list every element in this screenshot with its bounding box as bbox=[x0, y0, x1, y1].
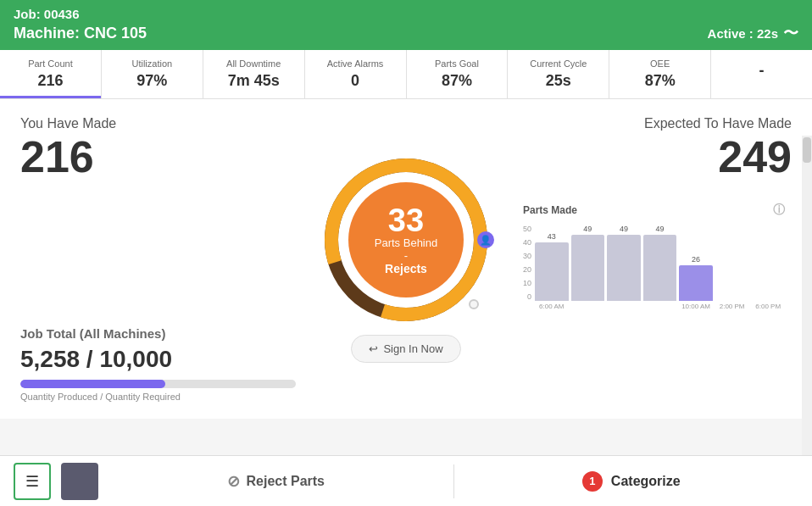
you-have-made: You Have Made 216 bbox=[20, 116, 296, 179]
stat-value-7: - bbox=[721, 62, 802, 80]
chart-header: Parts Made ⓘ bbox=[523, 203, 785, 218]
bottom-bar: ☰ ⊘ Reject Parts 1 Categorize bbox=[0, 455, 812, 506]
job-total-value: 5,258 / 10,000 bbox=[20, 346, 296, 373]
stat-label-1: Utilization bbox=[112, 58, 192, 69]
expected-label: Expected To Have Made bbox=[644, 116, 792, 131]
bar-group-3: 49 bbox=[643, 225, 677, 301]
bars-area: 43 49 49 49 26 6:00 AM10:00 AM2:00 PM6:0… bbox=[535, 225, 785, 318]
stat-item-7[interactable]: - bbox=[711, 50, 812, 98]
you-made-label: You Have Made bbox=[20, 116, 296, 131]
bar-0 bbox=[535, 242, 569, 301]
stat-value-0: 216 bbox=[10, 72, 91, 90]
donut-text2: Rejects bbox=[375, 262, 437, 275]
divider bbox=[453, 464, 454, 498]
main-content: You Have Made 216 Job Total (All Machine… bbox=[0, 99, 812, 419]
chart-body: 50 40 30 20 10 0 43 49 49 49 26 bbox=[523, 225, 785, 318]
stat-item-6[interactable]: OEE87% bbox=[609, 50, 711, 98]
job-total-label: Job Total (All Machines) bbox=[20, 326, 296, 341]
bar-label-2 bbox=[607, 303, 641, 310]
progress-bar bbox=[20, 380, 296, 388]
stat-label-2: All Downtime bbox=[214, 58, 294, 69]
machine-row: Machine: CNC 105 Active : 22s 〜 bbox=[14, 23, 798, 43]
sign-in-icon: ↩ bbox=[369, 342, 378, 355]
donut-text1: Parts Behind bbox=[375, 236, 437, 249]
categorize-button[interactable]: 1 Categorize bbox=[464, 471, 799, 492]
you-made-value: 216 bbox=[20, 135, 296, 179]
expected-value: 249 bbox=[644, 135, 792, 179]
job-title: Job: 00436 bbox=[14, 7, 798, 21]
job-total: Job Total (All Machines) 5,258 / 10,000 … bbox=[20, 326, 296, 402]
center-panel: 33 Parts Behind - Rejects 👤 ↩ Sign In No… bbox=[313, 116, 499, 402]
scrollbar-thumb[interactable] bbox=[803, 137, 811, 163]
bar-label-1 bbox=[571, 303, 605, 310]
right-panel: Expected To Have Made 249 Parts Made ⓘ 5… bbox=[516, 116, 792, 402]
categorize-badge: 1 bbox=[582, 471, 603, 492]
donut-inner: 33 Parts Behind - Rejects bbox=[375, 204, 437, 275]
menu-button[interactable]: ☰ bbox=[14, 463, 51, 500]
bar-label-4: 10:00 AM bbox=[679, 303, 713, 310]
donut-indicator-white bbox=[469, 299, 479, 309]
stat-item-2[interactable]: All Downtime7m 45s bbox=[203, 50, 305, 98]
bar-1 bbox=[571, 235, 605, 301]
sign-in-label: Sign In Now bbox=[383, 342, 442, 355]
donut-sep: - bbox=[375, 249, 437, 262]
bar-3 bbox=[643, 235, 677, 301]
stat-value-6: 87% bbox=[620, 72, 700, 90]
stat-label-0: Part Count bbox=[10, 58, 91, 69]
stat-item-5[interactable]: Current Cycle25s bbox=[508, 50, 609, 98]
stat-label-5: Current Cycle bbox=[518, 58, 598, 69]
machine-name: Machine: CNC 105 bbox=[14, 25, 147, 42]
stat-item-0[interactable]: Part Count216 bbox=[0, 50, 102, 98]
expected-made: Expected To Have Made 249 bbox=[644, 116, 792, 179]
stat-item-3[interactable]: Active Alarms0 bbox=[305, 50, 407, 98]
chart-info-icon: ⓘ bbox=[773, 203, 785, 218]
user-indicator: 👤 bbox=[477, 231, 494, 248]
bar-4 bbox=[679, 265, 713, 301]
categorize-label: Categorize bbox=[611, 474, 681, 489]
bar-group-2: 49 bbox=[607, 225, 641, 301]
square-button[interactable] bbox=[61, 463, 98, 500]
left-panel: You Have Made 216 Job Total (All Machine… bbox=[20, 116, 296, 402]
bar-2 bbox=[607, 235, 641, 301]
sign-in-button[interactable]: ↩ Sign In Now bbox=[351, 335, 460, 363]
bar-group-4: 26 bbox=[679, 255, 713, 301]
stat-label-4: Parts Goal bbox=[417, 58, 498, 69]
progress-label: Quantity Produced / Quantity Required bbox=[20, 392, 296, 402]
bar-label-5: 2:00 PM bbox=[715, 303, 749, 310]
y-axis: 50 40 30 20 10 0 bbox=[523, 225, 535, 301]
bar-label-6: 6:00 PM bbox=[751, 303, 785, 310]
chart-area: Parts Made ⓘ 50 40 30 20 10 0 43 49 bbox=[516, 196, 792, 325]
hamburger-icon: ☰ bbox=[25, 472, 39, 491]
wave-icon: 〜 bbox=[783, 23, 798, 43]
reject-icon: ⊘ bbox=[227, 472, 240, 491]
stat-value-2: 7m 45s bbox=[214, 72, 294, 90]
stat-value-3: 0 bbox=[315, 72, 396, 90]
scrollbar[interactable] bbox=[802, 136, 812, 455]
bar-group-0: 43 bbox=[535, 232, 569, 301]
header: Job: 00436 Machine: CNC 105 Active : 22s… bbox=[0, 0, 812, 50]
stats-bar: Part Count216Utilization97%All Downtime7… bbox=[0, 50, 812, 99]
bar-label-3 bbox=[643, 303, 677, 310]
stat-value-1: 97% bbox=[112, 72, 192, 90]
stat-label-3: Active Alarms bbox=[315, 58, 396, 69]
active-status: Active : 22s 〜 bbox=[708, 23, 798, 43]
stat-label-6: OEE bbox=[620, 58, 700, 69]
stat-value-4: 87% bbox=[417, 72, 498, 90]
stat-item-4[interactable]: Parts Goal87% bbox=[407, 50, 509, 98]
reject-parts-button[interactable]: ⊘ Reject Parts bbox=[108, 472, 443, 491]
donut-container: 33 Parts Behind - Rejects 👤 bbox=[321, 155, 491, 325]
bar-group-1: 49 bbox=[571, 225, 605, 301]
progress-fill bbox=[20, 380, 165, 388]
donut-number: 33 bbox=[375, 204, 437, 236]
reject-label: Reject Parts bbox=[247, 474, 325, 489]
active-label: Active : 22s bbox=[708, 26, 778, 41]
chart-title-label: Parts Made bbox=[523, 204, 577, 216]
bar-label-0: 6:00 AM bbox=[535, 303, 569, 310]
stat-item-1[interactable]: Utilization97% bbox=[102, 50, 203, 98]
stat-value-5: 25s bbox=[518, 72, 598, 90]
